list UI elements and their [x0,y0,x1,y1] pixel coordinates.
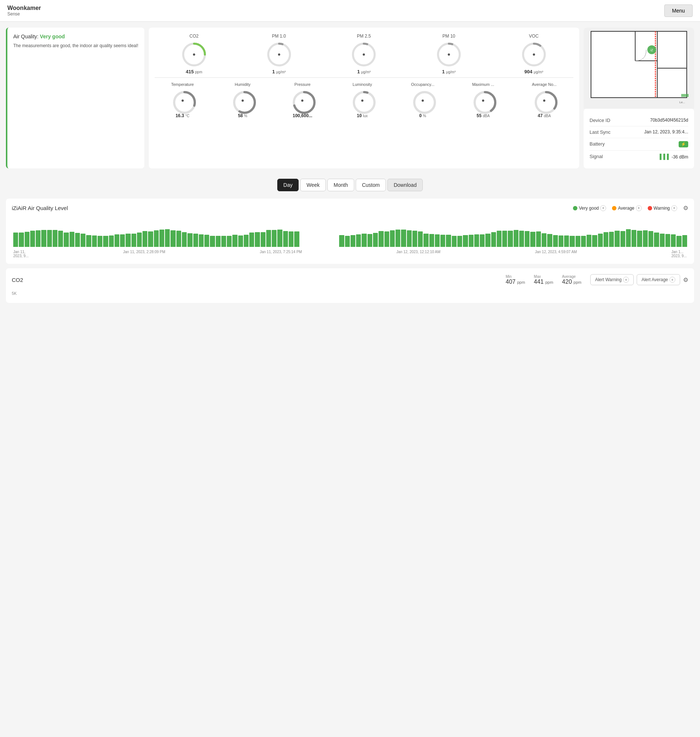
menu-button[interactable]: Menu [664,4,693,17]
svg-text:iZ: iZ [650,48,653,52]
bar-item [261,232,266,247]
signal-dbm: -36 dBm [672,155,688,159]
bar-item [98,236,102,247]
chart-title: iZiAiR Air Quality Level [12,205,68,211]
bar-item [446,235,451,247]
bar-item [384,231,389,247]
bar-item [665,234,670,247]
top-section: Air Quality: Very good The measurements … [6,28,694,168]
bar-item [255,232,260,247]
gauge-luminosity: Luminosity 10 lux [351,82,374,118]
bar-item [654,233,659,247]
co2-settings-icon[interactable]: ⚙ [683,276,688,283]
gauge-label-maxnoise: Maximum ... [472,82,494,87]
bar-item [70,232,74,247]
bar-item [626,229,631,247]
floor-plan-svg: iZ Le... [584,28,694,109]
floor-plan: iZ Le... [584,28,694,109]
air-quality-status: Very good [40,34,65,40]
legend-plus-average[interactable]: + [636,205,642,211]
tab-week[interactable]: Week [300,179,326,191]
device-info-panel: Device ID 70b3d540f456215d Last Sync Jan… [584,109,694,168]
bar-item [587,235,591,247]
bar-item [508,231,513,247]
gauge-circle-humidity [232,90,254,112]
device-id-value: 70b3d540f456215d [650,118,688,123]
last-sync-row: Last Sync Jan 12, 2023, 9:35:4... [590,127,688,138]
header-brand: Woonkamer Sense [7,5,41,16]
bar-item [283,231,288,247]
bar-item [154,230,159,247]
bar-item [457,236,462,247]
legend-average: Average + [612,205,641,211]
alert-warning-plus-icon[interactable]: + [623,277,629,283]
svg-rect-25 [591,31,657,98]
alert-average-plus-icon[interactable]: + [669,277,675,283]
time-label-1: Jan 11,2023, 9... [13,250,29,258]
bar-item [115,234,119,247]
bar-item [474,234,479,247]
bar-item [530,232,535,247]
alert-average-button[interactable]: Alert Average + [637,274,680,285]
bar-item [412,231,417,247]
gauge-label-pm25: PM 2.5 [357,34,371,39]
gauge-circle-pm1 [266,42,292,68]
gauge-temp: Temperature 16.3 °C [171,82,194,118]
bar-item [165,229,170,247]
legend-dot-warning [648,206,652,211]
bar-item [609,232,614,247]
gauge-circle-voc [521,42,547,68]
bar-item [143,231,147,247]
bar-item [480,234,485,247]
bar-item [356,234,361,247]
gauge-label-co2: CO2 [190,34,199,39]
gauge-value-voc: 904 μg/m³ [524,69,543,74]
bottom-gauges-row: Temperature 16.3 °C Humidity 58 % Pressu… [154,82,574,118]
gauge-pm10: PM 10 1 μg/m³ [436,34,462,74]
bar-item [621,231,625,247]
svg-rect-29 [657,68,687,98]
bar-item [148,231,153,247]
bar-item [86,235,91,247]
bar-item [334,236,338,247]
bar-item [176,231,181,247]
time-label-2: Jan 11, 2023, 2:28:09 PM [123,250,165,258]
bar-item [199,234,204,247]
gauge-label-luminosity: Luminosity [353,82,372,87]
bar-item [317,236,322,247]
app-title: Woonkamer [7,5,41,12]
gauge-circle-maxnoise [472,90,494,112]
tab-month[interactable]: Month [327,179,354,191]
bar-item [103,236,108,247]
bar-item [631,230,636,247]
legend-dot-very_good [573,206,577,211]
alert-warning-button[interactable]: Alert Warning + [590,274,634,285]
bar-item [221,236,226,247]
bar-item [440,235,445,247]
co2-avg-value: 420 ppm [562,279,581,285]
bar-item [368,234,372,247]
co2-min-label: Min [506,274,525,279]
gauge-circle-pm25 [351,42,377,68]
bar-item [452,236,457,247]
bar-item [120,234,125,247]
legend-plus-very_good[interactable]: + [600,205,606,211]
bar-item [300,236,305,247]
bar-item [249,233,254,247]
tab-day[interactable]: Day [277,179,299,191]
bar-item [232,235,237,247]
aq-settings-icon[interactable]: ⚙ [683,205,688,212]
bar-item [53,230,57,247]
tab-custom[interactable]: Custom [356,179,386,191]
bar-item [401,230,406,247]
gauge-circle-co2 [181,42,207,68]
legend-plus-warning[interactable]: + [671,205,677,211]
gauge-avgnoise: Average No... 47 dBA [532,82,557,118]
gauge-label-pressure: Pressure [294,82,310,87]
svg-rect-33 [681,94,688,97]
tab-download[interactable]: Download [387,179,423,191]
battery-icon: ⚡ [679,141,688,147]
time-label-3: Jan 11, 2023, 7:25:14 PM [260,250,302,258]
legend-dot-average [612,206,616,211]
gauge-label-pm10: PM 10 [443,34,456,39]
